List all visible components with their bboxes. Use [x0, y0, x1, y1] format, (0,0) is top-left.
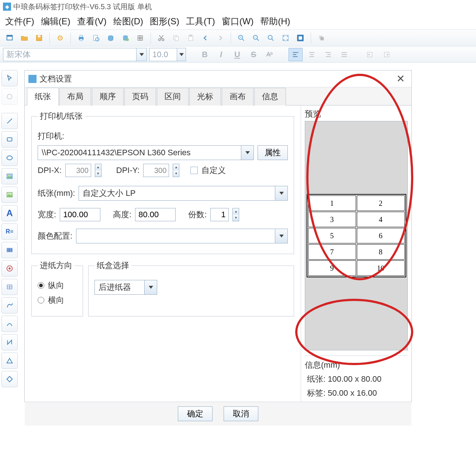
align-left-button[interactable] [289, 48, 303, 61]
preview-grid: 12 34 56 78 910 [307, 194, 406, 277]
indent-dec-button[interactable] [379, 48, 393, 61]
menu-shape[interactable]: 图形(S) [150, 15, 179, 27]
chevron-down-icon [136, 48, 146, 61]
printer-label: 打印机: [38, 131, 64, 142]
fit-all-button[interactable] [294, 31, 307, 45]
layers-button[interactable] [315, 31, 328, 45]
database-button[interactable] [104, 31, 117, 45]
rect-tool[interactable] [1, 131, 18, 148]
menu-file[interactable]: 文件(F) [5, 15, 34, 27]
tab-page[interactable]: 页码 [124, 88, 156, 105]
font-size-combo[interactable]: 10.0 [149, 48, 186, 61]
align-center-button[interactable] [305, 48, 319, 61]
zoom-in-button[interactable]: + [235, 31, 248, 45]
menu-draw[interactable]: 绘图(D) [113, 15, 143, 27]
picture-tool[interactable] [1, 187, 18, 203]
dpix-spinner[interactable]: ▲▼ [95, 164, 101, 177]
table-tool[interactable] [1, 279, 18, 295]
paper-size-combo[interactable]: 自定义大小 LP [79, 186, 288, 201]
grid-button[interactable] [134, 31, 147, 45]
tray-combo[interactable]: 后进纸器 [94, 280, 157, 295]
portrait-radio[interactable] [38, 282, 44, 289]
printer-paper-legend: 打印机/纸张 [38, 111, 85, 122]
copies-input[interactable] [210, 208, 229, 221]
strikethrough-button[interactable]: S [246, 48, 261, 61]
bold-button[interactable]: B [198, 48, 212, 61]
menu-edit[interactable]: 编辑(E) [41, 15, 70, 27]
ellipse-tool[interactable] [1, 150, 18, 166]
font-family-combo[interactable]: 新宋体 [3, 48, 147, 61]
tray-value: 后进纸器 [99, 282, 131, 293]
dpiy-spinner[interactable]: ▲▼ [173, 164, 179, 177]
menu-help[interactable]: 帮助(H) [260, 15, 290, 27]
svg-rect-61 [7, 248, 8, 252]
tab-range[interactable]: 区间 [157, 88, 189, 105]
text-tool[interactable]: A [1, 205, 18, 221]
print-preview-button[interactable] [89, 31, 103, 45]
svg-point-57 [7, 156, 13, 160]
diamond-tool[interactable] [1, 371, 18, 387]
svg-line-31 [257, 39, 259, 41]
cancel-button[interactable]: 取消 [224, 406, 258, 421]
fit-button[interactable] [279, 31, 292, 45]
menu-window[interactable]: 窗口(W) [222, 15, 254, 27]
save-button[interactable] [32, 31, 46, 45]
copies-spinner[interactable]: ▲▼ [232, 208, 239, 221]
height-input[interactable] [135, 208, 176, 221]
dpix-input[interactable] [65, 164, 91, 177]
tab-order[interactable]: 顺序 [92, 88, 124, 105]
menu-view[interactable]: 查看(V) [77, 15, 107, 27]
line-tool[interactable] [1, 113, 18, 129]
copy-button[interactable] [169, 31, 183, 45]
paste-button[interactable] [184, 31, 197, 45]
width-input[interactable] [60, 208, 100, 221]
open-button[interactable] [18, 31, 31, 45]
dpix-label: DPI-X: [38, 166, 62, 175]
svg-rect-64 [10, 248, 10, 252]
zoom-button[interactable] [264, 31, 277, 45]
database-refresh-button[interactable] [119, 31, 132, 45]
underline-button[interactable]: U [230, 48, 244, 61]
tab-paper[interactable]: 纸张 [27, 88, 59, 105]
align-right-button[interactable] [321, 48, 335, 61]
landscape-radio[interactable] [38, 297, 44, 304]
print-button[interactable] [75, 31, 88, 45]
cut-button[interactable] [155, 31, 168, 45]
ok-button[interactable]: 确定 [178, 406, 213, 421]
image-tool[interactable] [1, 168, 18, 184]
curve-tool[interactable] [1, 297, 18, 313]
info-tag-label: 标签: [307, 388, 325, 398]
tab-info[interactable]: 信息 [254, 88, 286, 105]
custom-checkbox[interactable] [190, 167, 198, 174]
printer-combo[interactable]: \\PC-202004111432\EPSON L360 Series [38, 145, 254, 160]
svg-point-68 [8, 267, 11, 270]
richtext-tool[interactable]: R≡ [1, 223, 18, 240]
triangle-tool[interactable] [1, 353, 18, 369]
menu-tool[interactable]: 工具(T) [186, 15, 215, 27]
settings-button[interactable] [54, 31, 67, 45]
zoom-out-button[interactable]: − [249, 31, 263, 45]
pan-tool[interactable] [1, 89, 18, 105]
color-profile-combo[interactable] [76, 229, 288, 243]
align-justify-button[interactable] [337, 48, 351, 61]
pointer-tool[interactable] [1, 70, 18, 86]
close-button[interactable]: ✕ [393, 73, 408, 85]
paper-size-value: 自定义大小 LP [83, 188, 135, 199]
indent-inc-button[interactable] [363, 48, 377, 61]
qrcode-tool[interactable] [1, 260, 18, 277]
tab-layout[interactable]: 布局 [59, 88, 91, 105]
properties-button[interactable]: 属性 [258, 145, 288, 160]
barcode-tool[interactable] [1, 242, 18, 258]
italic-button[interactable]: I [214, 48, 228, 61]
redo-button[interactable] [214, 31, 227, 45]
info-tag-line: 标签: 50.00 x 16.00 [307, 388, 408, 399]
dpiy-input[interactable] [143, 164, 169, 177]
new-doc-button[interactable] [3, 31, 16, 45]
arc-tool[interactable] [1, 316, 18, 332]
undo-button[interactable] [199, 31, 212, 45]
svg-point-13 [126, 38, 129, 41]
clear-format-button[interactable]: A̶ᵇ [263, 48, 277, 61]
tab-cursor[interactable]: 光标 [189, 88, 221, 105]
tab-canvas[interactable]: 画布 [222, 88, 253, 105]
polygon-tool[interactable] [1, 334, 18, 350]
